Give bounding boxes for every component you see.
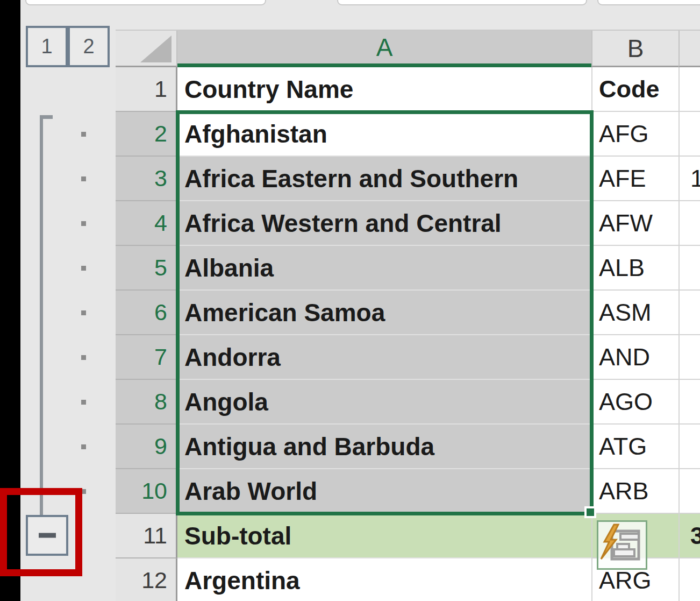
outline-dot <box>81 310 86 315</box>
sheet-row-2: 2 Afghanistan AFG <box>116 112 700 157</box>
cell-b6[interactable]: ASM <box>591 291 678 335</box>
cell-a10[interactable]: Arab World <box>177 469 591 514</box>
cell-b1[interactable]: Code <box>591 67 678 112</box>
cell-c3[interactable]: 1 <box>678 157 700 201</box>
row-header-7[interactable]: 7 <box>116 335 177 380</box>
outline-dot <box>81 400 86 405</box>
sheet-row-1: 1 Country Name Code <box>116 67 700 112</box>
outline-dot <box>81 444 86 449</box>
outline-dot <box>81 132 86 137</box>
outline-dot <box>81 221 86 226</box>
row-header-10[interactable]: 10 <box>116 469 177 514</box>
sheet-row-9: 9 Antigua and Barbuda ATG <box>116 425 700 469</box>
cell-a3[interactable]: Africa Eastern and Southern <box>177 157 591 201</box>
cell-c2[interactable] <box>678 112 700 157</box>
cell-b4[interactable]: AFW <box>591 201 678 246</box>
row-header-2[interactable]: 2 <box>116 112 177 157</box>
column-header-b[interactable]: B <box>591 31 678 67</box>
column-header-row: A B <box>116 30 700 67</box>
sheet-row-5: 5 Albania ALB <box>116 246 700 291</box>
cell-a9[interactable]: Antigua and Barbuda <box>177 425 591 469</box>
row-header-12[interactable]: 12 <box>116 558 177 601</box>
row-header-11[interactable]: 11 <box>116 514 177 558</box>
cell-a11-subtotal[interactable]: Sub-total <box>177 514 591 558</box>
cell-c10[interactable] <box>678 469 700 514</box>
selection-fill-handle[interactable] <box>584 506 596 518</box>
worksheet-grid: A B 1 Country Name Code 2 Afghanistan AF… <box>116 30 700 601</box>
cell-a6[interactable]: American Samoa <box>177 291 591 335</box>
row-header-3[interactable]: 3 <box>116 157 177 201</box>
cell-a2-active[interactable]: Afghanistan <box>177 112 591 157</box>
cell-c8[interactable] <box>678 380 700 425</box>
cell-c1[interactable] <box>678 67 700 112</box>
formula-bar-fragment-left <box>25 0 266 5</box>
cell-c6[interactable] <box>678 291 700 335</box>
formula-bar-fragment-middle <box>337 0 587 5</box>
outline-group-bracket-top <box>40 115 53 119</box>
excel-worksheet-screenshot: 1 2 A B 1 Country Name Code <box>0 0 700 601</box>
row-header-1[interactable]: 1 <box>116 67 177 112</box>
cell-b8[interactable]: AGO <box>591 380 678 425</box>
outline-dot <box>81 355 86 360</box>
sheet-row-3: 3 Africa Eastern and Southern AFE 1 <box>116 157 700 201</box>
cell-a4[interactable]: Africa Western and Central <box>177 201 591 246</box>
cell-c9[interactable] <box>678 425 700 469</box>
outline-level-2-button[interactable]: 2 <box>68 26 110 67</box>
cell-b3[interactable]: AFE <box>591 157 678 201</box>
outline-dot <box>81 176 86 181</box>
flash-fill-options-button[interactable] <box>597 520 647 570</box>
formula-bar-fragment-right <box>597 0 700 5</box>
cell-c5[interactable] <box>678 246 700 291</box>
cell-b2[interactable]: AFG <box>591 112 678 157</box>
cell-a7[interactable]: Andorra <box>177 335 591 380</box>
cell-a5[interactable]: Albania <box>177 246 591 291</box>
row-header-9[interactable]: 9 <box>116 425 177 469</box>
outline-group-bracket <box>40 115 43 515</box>
cell-c7[interactable] <box>678 335 700 380</box>
cell-b7[interactable]: AND <box>591 335 678 380</box>
row-header-5[interactable]: 5 <box>116 246 177 291</box>
cell-b9[interactable]: ATG <box>591 425 678 469</box>
row-header-8[interactable]: 8 <box>116 380 177 425</box>
cell-c12[interactable] <box>678 558 700 601</box>
column-header-c[interactable] <box>678 31 700 67</box>
cell-c11[interactable]: 3 <box>678 514 700 558</box>
select-all-triangle-icon <box>140 36 172 62</box>
sheet-row-8: 8 Angola AGO <box>116 380 700 425</box>
flash-fill-options-icon <box>599 522 645 568</box>
sheet-row-6: 6 American Samoa ASM <box>116 291 700 335</box>
row-header-4[interactable]: 4 <box>116 201 177 246</box>
cell-a12[interactable]: Argentina <box>177 558 591 601</box>
sheet-row-7: 7 Andorra AND <box>116 335 700 380</box>
annotation-red-highlight-box <box>0 488 82 576</box>
cell-c4[interactable] <box>678 201 700 246</box>
column-header-a[interactable]: A <box>177 31 591 67</box>
row-header-6[interactable]: 6 <box>116 291 177 335</box>
sheet-row-10: 10 Arab World ARB <box>116 469 700 514</box>
select-all-corner[interactable] <box>116 31 177 67</box>
outline-level-1-button[interactable]: 1 <box>26 26 68 67</box>
outline-dot <box>81 266 86 271</box>
cell-a8[interactable]: Angola <box>177 380 591 425</box>
cell-b5[interactable]: ALB <box>591 246 678 291</box>
sheet-row-4: 4 Africa Western and Central AFW <box>116 201 700 246</box>
cell-a1[interactable]: Country Name <box>177 67 591 112</box>
cell-b10[interactable]: ARB <box>591 469 678 514</box>
